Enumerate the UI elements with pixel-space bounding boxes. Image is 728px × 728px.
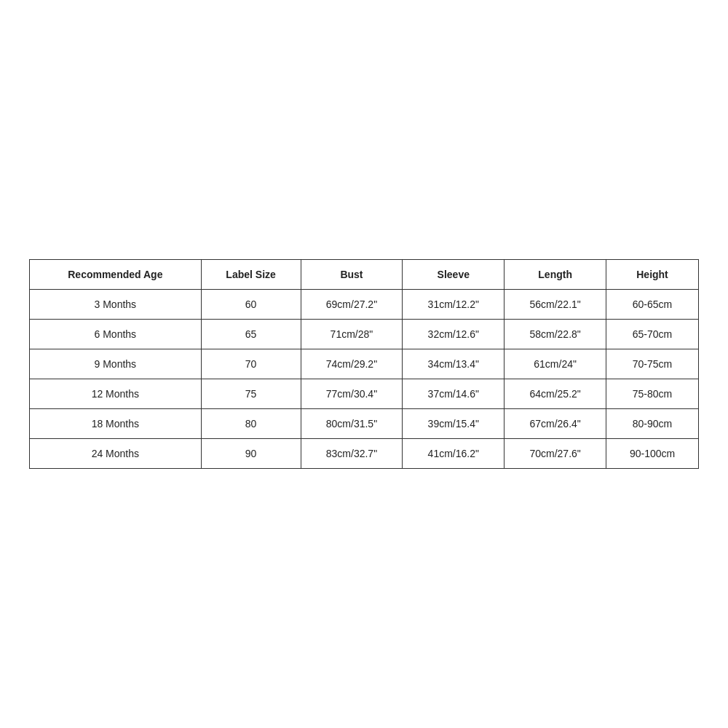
cell-label-size: 60 xyxy=(201,290,301,320)
cell-height: 80-90cm xyxy=(606,409,699,439)
cell-label-size: 90 xyxy=(201,439,301,469)
cell-bust: 80cm/31.5" xyxy=(301,409,403,439)
col-header-label-size: Label Size xyxy=(201,260,301,290)
cell-sleeve: 34cm/13.4" xyxy=(403,349,505,379)
size-chart-table: Recommended Age Label Size Bust Sleeve L… xyxy=(29,259,699,469)
cell-length: 56cm/22.1" xyxy=(505,290,606,320)
cell-sleeve: 39cm/15.4" xyxy=(403,409,505,439)
cell-length: 70cm/27.6" xyxy=(505,439,606,469)
cell-sleeve: 37cm/14.6" xyxy=(403,379,505,409)
cell-length: 67cm/26.4" xyxy=(505,409,606,439)
cell-label-size: 80 xyxy=(201,409,301,439)
cell-sleeve: 32cm/12.6" xyxy=(403,320,505,349)
cell-bust: 77cm/30.4" xyxy=(301,379,403,409)
cell-age: 24 Months xyxy=(30,439,202,469)
cell-age: 18 Months xyxy=(30,409,202,439)
cell-length: 64cm/25.2" xyxy=(505,379,606,409)
cell-age: 6 Months xyxy=(30,320,202,349)
cell-bust: 69cm/27.2" xyxy=(301,290,403,320)
cell-height: 60-65cm xyxy=(606,290,699,320)
table-row: 18 Months8080cm/31.5"39cm/15.4"67cm/26.4… xyxy=(30,409,699,439)
table-row: 6 Months6571cm/28"32cm/12.6"58cm/22.8"65… xyxy=(30,320,699,349)
cell-sleeve: 41cm/16.2" xyxy=(403,439,505,469)
cell-age: 9 Months xyxy=(30,349,202,379)
cell-bust: 71cm/28" xyxy=(301,320,403,349)
cell-bust: 74cm/29.2" xyxy=(301,349,403,379)
table-row: 9 Months7074cm/29.2"34cm/13.4"61cm/24"70… xyxy=(30,349,699,379)
cell-label-size: 65 xyxy=(201,320,301,349)
cell-height: 90-100cm xyxy=(606,439,699,469)
table-row: 24 Months9083cm/32.7"41cm/16.2"70cm/27.6… xyxy=(30,439,699,469)
col-header-length: Length xyxy=(505,260,606,290)
cell-length: 58cm/22.8" xyxy=(505,320,606,349)
cell-age: 3 Months xyxy=(30,290,202,320)
table-row: 12 Months7577cm/30.4"37cm/14.6"64cm/25.2… xyxy=(30,379,699,409)
cell-height: 75-80cm xyxy=(606,379,699,409)
col-header-age: Recommended Age xyxy=(30,260,202,290)
cell-height: 70-75cm xyxy=(606,349,699,379)
col-header-height: Height xyxy=(606,260,699,290)
table-row: 3 Months6069cm/27.2"31cm/12.2"56cm/22.1"… xyxy=(30,290,699,320)
col-header-sleeve: Sleeve xyxy=(403,260,505,290)
cell-bust: 83cm/32.7" xyxy=(301,439,403,469)
size-chart-container: Recommended Age Label Size Bust Sleeve L… xyxy=(29,259,699,469)
cell-age: 12 Months xyxy=(30,379,202,409)
cell-height: 65-70cm xyxy=(606,320,699,349)
table-header-row: Recommended Age Label Size Bust Sleeve L… xyxy=(30,260,699,290)
cell-label-size: 75 xyxy=(201,379,301,409)
cell-label-size: 70 xyxy=(201,349,301,379)
col-header-bust: Bust xyxy=(301,260,403,290)
cell-sleeve: 31cm/12.2" xyxy=(403,290,505,320)
cell-length: 61cm/24" xyxy=(505,349,606,379)
